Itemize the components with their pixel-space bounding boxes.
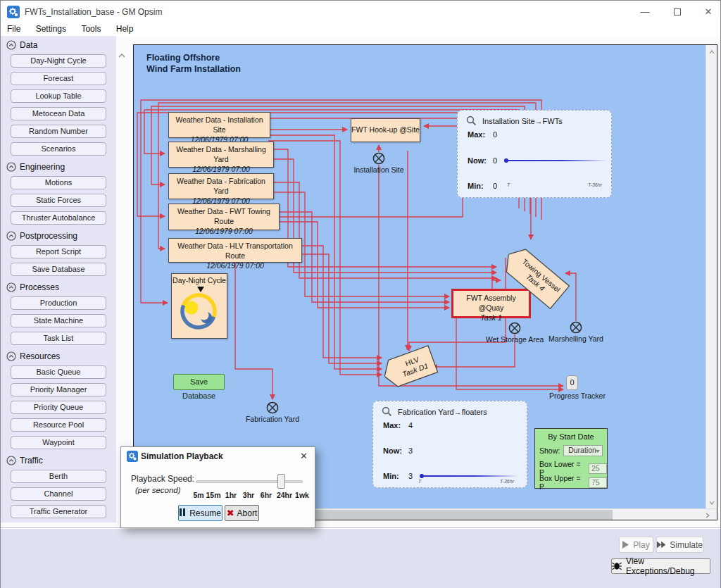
- sidebar-item-save-database[interactable]: Save Database: [11, 263, 106, 276]
- bug-icon: [612, 562, 622, 570]
- gauge-min-value: 0: [493, 182, 497, 190]
- sidebar-section-data[interactable]: Data: [6, 38, 116, 52]
- gauge-max-value: 0: [493, 130, 497, 139]
- view-exceptions-debug-button[interactable]: View Exceptions/Debug: [611, 558, 710, 574]
- node-weather-installation-site[interactable]: Weather Data - Installation Site 12/06/1…: [168, 112, 270, 138]
- magnifier-icon: [466, 115, 477, 126]
- magnifier-icon: [382, 406, 392, 417]
- menu-help[interactable]: Help: [110, 23, 140, 34]
- sidebar-item-lookup-table[interactable]: Lookup Table: [11, 89, 106, 103]
- maximize-button[interactable]: [665, 4, 689, 20]
- abort-button[interactable]: ✖ Abort: [225, 505, 259, 521]
- diagram-surface[interactable]: Floating Offshore Wind Farm Installation…: [134, 45, 706, 508]
- installation-site-symbol-icon[interactable]: [372, 152, 385, 165]
- node-fwt-hookup-site[interactable]: FWT Hook-up @Site: [351, 118, 420, 142]
- node-weather-fabrication-yard[interactable]: Weather Data - Fabrication Yard 12/06/19…: [168, 173, 274, 199]
- node-weather-hlv-transportation-route[interactable]: Weather Data - HLV Transportation Route …: [168, 238, 302, 263]
- sidebar-item-priority-queue[interactable]: Priority Queue: [11, 401, 106, 414]
- sidebar-section-traffic[interactable]: Traffic: [6, 453, 116, 468]
- footer-bar: Play Simulate View Exceptions/Debug: [1, 527, 720, 588]
- sidebar-item-priority-manager[interactable]: Priority Manager: [11, 383, 106, 396]
- sidebar-section-postprocessing[interactable]: Postprocessing: [6, 229, 116, 243]
- gauge-max-value: 4: [408, 421, 413, 430]
- play-icon: [622, 541, 629, 549]
- menu-file[interactable]: File: [1, 23, 27, 34]
- menu-settings[interactable]: Settings: [30, 23, 73, 34]
- fast-forward-icon: [657, 541, 665, 549]
- sidebar-scrollbar[interactable]: [118, 49, 125, 61]
- sidebar-item-production[interactable]: Production: [11, 296, 106, 310]
- sidebar-item-static-forces[interactable]: Static Forces: [11, 194, 106, 207]
- progress-tracker-label: Progress Tracker: [542, 392, 613, 400]
- sidebar-item-basic-queue[interactable]: Basic Queue: [11, 365, 106, 379]
- scroll-up-icon: [118, 53, 125, 58]
- sidebar-item-random-number[interactable]: Random Number: [11, 125, 106, 138]
- sidebar-item-metocean-data[interactable]: Metocean Data: [11, 107, 106, 120]
- wet-storage-area-symbol-icon[interactable]: [508, 322, 521, 334]
- gauge-title: Fabrication Yard→floaters: [398, 408, 487, 416]
- chevron-up-circle-icon: [6, 40, 16, 50]
- sidebar-item-day-night-cycle[interactable]: Day-Night Cycle: [11, 54, 106, 68]
- progress-tracker-value[interactable]: 0: [566, 375, 578, 390]
- gauge-min-value: 3: [408, 472, 413, 480]
- node-weather-fwt-towing-route[interactable]: Weather Data - FWT Towing Route 12/06/19…: [168, 204, 280, 230]
- app-gear-icon: [7, 6, 20, 18]
- slider-thumb[interactable]: [277, 474, 285, 489]
- scroll-up-icon[interactable]: [709, 48, 715, 56]
- node-save-database[interactable]: Save Database: [173, 374, 225, 390]
- pause-icon: [180, 508, 187, 518]
- playback-speed-label: Playback Speed:: [131, 474, 194, 484]
- menu-tools[interactable]: Tools: [75, 23, 107, 34]
- diagram-title: Floating Offshore Wind Farm Installation: [146, 52, 241, 75]
- sidebar-item-waypoint[interactable]: Waypoint: [11, 436, 106, 449]
- node-fwt-assembly-quay[interactable]: FWT Assembly @Quay Task 1: [451, 289, 531, 318]
- sidebar-item-berth[interactable]: Berth: [11, 470, 106, 483]
- sidebar-section-processes[interactable]: Processes: [6, 280, 116, 294]
- close-button[interactable]: ✕: [696, 4, 720, 20]
- gauge-fabrication-yard-floaters: Fabrication Yard→floaters Max:4 Now:3 Mi…: [372, 401, 527, 488]
- show-dropdown[interactable]: Duration: [563, 445, 603, 456]
- fabrication-yard-label: Fabrication Yard: [237, 415, 308, 423]
- scroll-right-icon[interactable]: [706, 512, 710, 520]
- playback-speed-slider[interactable]: [196, 480, 303, 483]
- sidebar-item-scenarios[interactable]: Scenarios: [11, 142, 106, 156]
- sidebar-item-channel[interactable]: Channel: [11, 487, 106, 501]
- wet-storage-area-label: Wet Storage Area: [479, 335, 550, 344]
- sidebar-item-traffic-generator[interactable]: Traffic Generator: [11, 505, 106, 518]
- marshelling-yard-symbol-icon[interactable]: [570, 321, 582, 334]
- node-day-night-cycle[interactable]: Day-Night Cycle: [171, 273, 227, 339]
- sidebar-item-report-script[interactable]: Report Script: [11, 245, 106, 258]
- node-hlv-task[interactable]: HLV Task D1: [380, 345, 439, 391]
- sidebar-item-forecast[interactable]: Forecast: [11, 72, 106, 85]
- chevron-up-circle-icon: [6, 231, 16, 241]
- chevron-up-circle-icon: [6, 282, 16, 292]
- abort-x-icon: ✖: [227, 508, 234, 518]
- simulation-playback-dialog: Simulation Playback ✕ Playback Speed: (p…: [120, 446, 315, 528]
- gauge-now-value: 0: [493, 156, 497, 165]
- sidebar-item-task-list[interactable]: Task List: [11, 332, 106, 345]
- sidebar-section-resources[interactable]: Resources: [6, 349, 116, 363]
- canvas-vertical-scrollbar[interactable]: [706, 45, 717, 508]
- app-gear-icon: [127, 451, 138, 462]
- sidebar-item-motions[interactable]: Motions: [11, 176, 106, 189]
- sidebar-item-resource-pool[interactable]: Resource Pool: [11, 418, 106, 432]
- play-button[interactable]: Play: [619, 537, 653, 553]
- chevron-down-icon: [596, 450, 600, 453]
- node-weather-marshalling-yard[interactable]: Weather Data - Marshalling Yard 12/06/19…: [168, 142, 274, 168]
- simulate-button[interactable]: Simulate: [656, 537, 703, 553]
- dialog-close-icon[interactable]: ✕: [300, 451, 308, 461]
- gauge-sparkline: [504, 158, 607, 163]
- minimize-button[interactable]: —: [633, 4, 657, 20]
- sidebar-item-thruster-autobalance[interactable]: Thruster Autobalance: [11, 211, 106, 225]
- fabrication-yard-symbol-icon[interactable]: [266, 401, 279, 414]
- gauge-now-value: 3: [408, 446, 413, 455]
- gauge-installation-site-fwts: Installation Site→FWTs Max:0 Now:0 Min:0…: [457, 110, 612, 198]
- scroll-down-icon[interactable]: [709, 499, 715, 506]
- app-window: FWTs_Installation_base - GM Opsim — ✕ Fi…: [0, 0, 721, 588]
- box-lower-input[interactable]: [589, 463, 607, 474]
- sidebar-section-engineering[interactable]: Engineering: [6, 160, 116, 174]
- chevron-up-circle-icon: [6, 162, 16, 172]
- sidebar-item-state-machine[interactable]: State Machine: [11, 314, 106, 327]
- resume-button[interactable]: Resume: [178, 505, 222, 521]
- box-upper-input[interactable]: [589, 477, 607, 488]
